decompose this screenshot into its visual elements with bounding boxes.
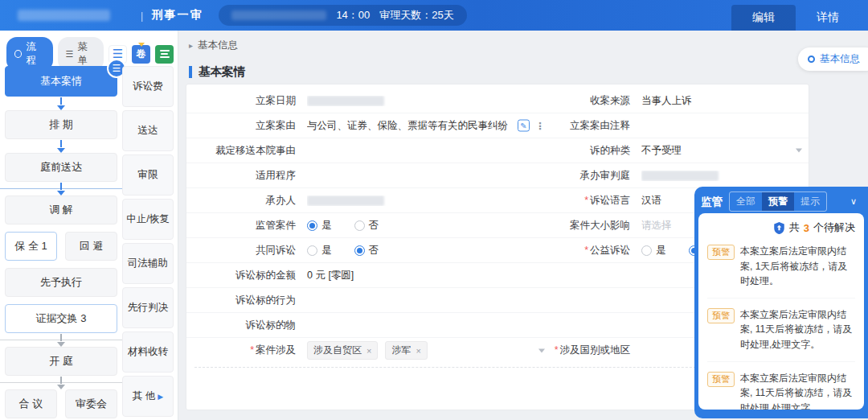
tool-item-suspend-resume[interactable]: 中止/恢复 — [122, 199, 174, 240]
warning-badge: 预警 — [707, 245, 735, 260]
radio-label: 是 — [656, 244, 666, 257]
tool-item-other[interactable]: 其 他 ▶ — [122, 376, 174, 417]
alert-item[interactable]: 预警 本案立案后法定审限内结案, 1天后将被冻结，请及时处理。 — [707, 235, 855, 299]
page-title: 基本案情 — [199, 64, 245, 80]
case-file-icon[interactable]: 卷 — [132, 45, 150, 64]
anchor-dot-icon — [808, 56, 815, 63]
form-row: 立案案由 与公司、证券、保险、票据等有关的民事纠纷 ✎ ⋮ 立案案由注释 — [186, 113, 809, 138]
flow-item-scheduling[interactable]: 排 期 — [5, 110, 117, 139]
radio-dot-icon — [354, 245, 365, 256]
alert-item[interactable]: 预警 本案立案后法定审限内结案, 11天后将被冻结，请及时处理,处理文字。 — [707, 362, 855, 410]
field-value-claim-amount[interactable]: 0 元 [零圆] — [307, 269, 551, 282]
document-icon[interactable] — [155, 45, 174, 64]
close-icon[interactable]: × — [416, 346, 420, 356]
section-bar — [189, 66, 192, 78]
radio-no[interactable]: 否 — [354, 244, 379, 257]
anchor-label: 基本信息 — [820, 52, 860, 66]
chevron-down-icon[interactable] — [538, 348, 545, 352]
field-value-handler[interactable] — [307, 196, 551, 206]
redacted-value — [307, 96, 384, 106]
field-label-text: 公益诉讼 — [590, 245, 630, 256]
warning-badge: 预警 — [707, 372, 735, 387]
radio-yes[interactable]: 是 — [307, 219, 332, 233]
tool-item-service[interactable]: 送达 — [122, 110, 174, 151]
topbar-divider: | — [141, 10, 143, 22]
edit-button[interactable]: 编辑 — [731, 5, 796, 31]
field-value-claim-type[interactable]: 不予受理 — [641, 144, 809, 158]
flow-arrow-down-icon — [5, 182, 117, 196]
anchor-basic-info[interactable]: 基本信息 — [798, 47, 868, 71]
monitor-tabs: 全部 预警 提示 — [729, 191, 827, 212]
tool-item-litigation-fee[interactable]: 诉讼费 — [122, 66, 174, 107]
field-value-trial-division[interactable] — [641, 171, 809, 181]
required-mark: * — [584, 195, 588, 206]
flow-item-judicial-committee[interactable]: 审委会 — [65, 389, 117, 418]
tool-item-material-transfer[interactable]: 材料收转 — [122, 331, 174, 373]
alert-item[interactable]: 预警 本案立案后法定审限内结案, 11天后将被冻结，请及时处理,处理文字。 — [707, 299, 855, 362]
flow-item-court-session[interactable]: 开 庭 — [5, 347, 117, 376]
radio-dot-icon — [354, 220, 365, 231]
field-text: 当事人上诉 — [641, 94, 692, 108]
form-row: 立案日期 收案来源 当事人上诉 — [186, 89, 809, 113]
topbar-actions: 编辑 详情 — [731, 0, 868, 31]
field-label-claim-act: 诉讼标的行为 — [186, 294, 307, 307]
alert-text: 本案立案后法定审限内结案, 1天后将被冻结，请及时处理。 — [740, 244, 855, 289]
flow-item-deliberation[interactable]: 合 议 — [5, 389, 57, 418]
flow-item-evidence-exchange[interactable]: 证据交换 3 — [5, 304, 117, 333]
tool-item-advance-judgment[interactable]: 先行判决 — [122, 287, 174, 328]
tag-label: 涉及自贸区 — [313, 344, 362, 357]
summary-suffix: 个待解决 — [813, 220, 855, 235]
monitor-tab-tip[interactable]: 提示 — [794, 192, 826, 211]
radio-yes[interactable]: 是 — [641, 244, 666, 257]
redacted-case-number — [18, 10, 110, 21]
tag-free-trade-zone: 涉及自贸区 × — [307, 341, 378, 360]
alert-text: 本案立案后法定审限内结案, 11天后将被冻结，请及时处理,处理文字。 — [740, 307, 855, 352]
flow-item-advance-execution[interactable]: 先予执行 — [5, 268, 117, 297]
form-row: 适用程序 ✎ ⋮ 承办审判庭 — [186, 163, 809, 188]
field-label-case-impact: 案件大小影响 — [551, 219, 641, 233]
trial-status-pill: 14：00 审理天数：25天 — [219, 5, 466, 26]
radio-dot-icon — [307, 245, 317, 256]
tool-item-trial-limit[interactable]: 审限 — [122, 154, 174, 196]
monitor-tab-all[interactable]: 全部 — [730, 192, 762, 211]
field-value-filing-date[interactable] — [307, 96, 551, 106]
field-value-case-involves[interactable]: 涉及自贸区 × 涉军 × — [307, 341, 551, 360]
flow-item-preservation[interactable]: 保 全 1 — [5, 232, 57, 261]
flow-item-pretrial-service[interactable]: 庭前送达 — [5, 153, 117, 182]
collapse-chevron-icon[interactable]: ∨ — [850, 196, 857, 207]
close-icon[interactable]: × — [366, 346, 371, 356]
flow-arrow-down-icon — [5, 376, 117, 389]
flow-item-recusal[interactable]: 回 避 — [65, 232, 117, 261]
radio-yes[interactable]: 是 — [307, 244, 332, 257]
tab-menu-label: 菜单 — [77, 40, 96, 68]
flow-item-mediation[interactable]: 调 解 — [5, 196, 117, 224]
tool-item-judicial-assist[interactable]: 司法辅助 — [122, 243, 174, 284]
field-text: 与公司、证券、保险、票据等有关的民事纠纷 — [307, 119, 508, 133]
field-text: 汉语 — [641, 194, 661, 208]
radio-label: 否 — [369, 244, 379, 257]
field-value-case-source[interactable]: 当事人上诉 — [641, 94, 809, 108]
breadcrumb-arrow-icon: ▸ — [189, 41, 193, 50]
edit-icon[interactable]: ✎ — [518, 120, 530, 132]
shield-icon — [773, 221, 785, 235]
field-text: 不予受理 — [641, 144, 682, 158]
more-icon[interactable]: ⋮ — [535, 120, 545, 131]
field-label-case-source: 收案来源 — [551, 94, 641, 108]
radio-dot-icon — [307, 220, 317, 231]
flow-item-basic-case[interactable]: 基本案情 ☰ — [5, 66, 117, 97]
breadcrumb-label: 基本信息 — [198, 39, 238, 52]
redacted-court-info — [231, 10, 326, 20]
chevron-down-icon[interactable] — [796, 149, 802, 153]
radio-no[interactable]: 否 — [354, 219, 379, 233]
flow-arrow-down-icon — [5, 97, 117, 110]
monitor-title[interactable]: 监管 — [701, 195, 723, 209]
field-label-text: 案件涉及 — [256, 344, 296, 356]
monitor-panel: 监管 全部 预警 提示 ∨ 共3个待解决 预警 本案立案后法定审限内结案, 1天… — [694, 187, 868, 418]
field-value-filing-cause[interactable]: 与公司、证券、保险、票据等有关的民事纠纷 ✎ ⋮ — [307, 119, 551, 133]
summary-count: 3 — [804, 222, 809, 234]
monitor-tab-warning[interactable]: 预警 — [762, 192, 794, 211]
field-label-joint-litigation: 共同诉讼 — [186, 244, 307, 257]
detail-button[interactable]: 详情 — [796, 5, 860, 31]
field-label-supervised-case: 监管案件 — [186, 219, 307, 233]
menu-icon: ☰ — [66, 50, 74, 59]
